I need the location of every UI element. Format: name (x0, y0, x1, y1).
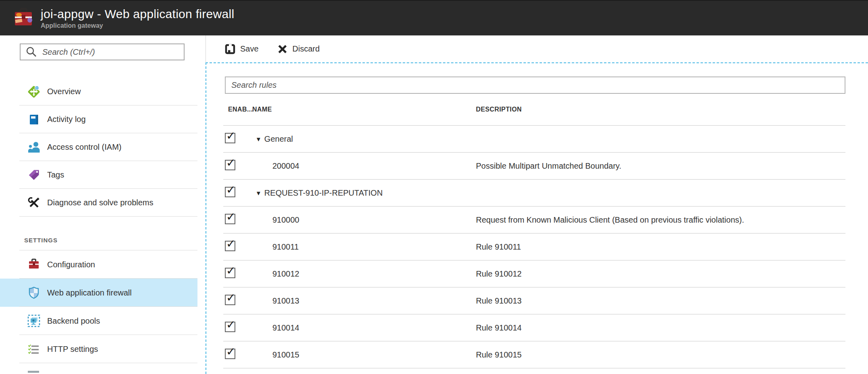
enabled-cell: ✓ (223, 214, 252, 226)
settings-section-label: SETTINGS (24, 237, 58, 244)
rule-enabled-checkbox[interactable]: ✓ (225, 187, 235, 197)
rule-description: Possible Multipart Unmatched Boundary. (476, 161, 845, 171)
checkmark-icon: ✓ (226, 238, 235, 250)
waf-shield-icon (27, 286, 41, 300)
sidebar-item-label: Overview (47, 87, 81, 96)
rule-enabled-checkbox[interactable]: ✓ (225, 295, 235, 305)
sidebar-item-label: HTTP settings (47, 345, 98, 354)
checkmark-icon: ✓ (226, 130, 235, 142)
rule-row: ✓ 910011Rule 910011 (223, 233, 845, 260)
rules-search-input[interactable] (225, 76, 845, 94)
sidebar-item-diagnose-and-solve-problems[interactable]: Diagnose and solve problems (0, 189, 197, 217)
rule-description: Rule 910014 (476, 323, 845, 333)
collapse-caret-icon[interactable]: ▼ (255, 190, 262, 196)
search-icon (25, 46, 37, 58)
name-cell: 910013 (252, 296, 476, 306)
sidebar-item-activity-log[interactable]: Activity log (0, 105, 197, 133)
rule-enabled-checkbox[interactable]: ✓ (225, 322, 235, 332)
backend-pools-icon (27, 314, 41, 328)
column-header-description: DESCRIPTION (476, 106, 845, 113)
checkmark-icon: ✓ (226, 184, 235, 196)
diagnose-icon (27, 196, 41, 210)
rules-table: ENAB... NAME DESCRIPTION ✓ ▼ General ✓ 2… (223, 94, 845, 368)
rule-name: 910014 (272, 323, 299, 333)
sidebar-nav-settings: Configuration Web application firewall B… (0, 250, 206, 374)
rule-row: ✓ 910014Rule 910014 (223, 314, 845, 341)
rule-row: ✓ 910012Rule 910012 (223, 260, 845, 287)
name-cell: 910015 (252, 350, 476, 360)
rule-enabled-checkbox[interactable]: ✓ (225, 349, 235, 359)
collapse-caret-icon[interactable]: ▼ (255, 136, 262, 143)
rule-enabled-checkbox[interactable]: ✓ (225, 241, 235, 251)
checkmark-icon: ✓ (226, 157, 235, 169)
name-cell: 910012 (252, 269, 476, 279)
command-bar: Save Discard (206, 35, 868, 62)
sidebar-item-label: Web application firewall (47, 288, 132, 298)
checkmark-icon: ✓ (226, 292, 235, 304)
sidebar-item-configuration[interactable]: Configuration (0, 250, 197, 279)
rule-name: 910000 (272, 215, 299, 225)
access-control-icon (27, 141, 41, 154)
configuration-icon (27, 258, 41, 271)
http-settings-icon (27, 342, 41, 356)
sidebar-item-backend-pools[interactable]: Backend pools (0, 307, 197, 335)
name-cell: 910000 (252, 215, 476, 225)
rule-group-name: General (264, 134, 293, 144)
name-cell: ▼ REQUEST-910-IP-REPUTATION (252, 188, 476, 198)
rule-enabled-checkbox[interactable]: ✓ (225, 160, 235, 170)
rule-description: Rule 910012 (476, 269, 845, 279)
enabled-cell: ✓ (223, 322, 252, 334)
rule-enabled-checkbox[interactable]: ✓ (225, 133, 235, 143)
sidebar-item-label: Tags (47, 170, 64, 180)
rule-row: ✓ 200004Possible Multipart Unmatched Bou… (223, 153, 845, 180)
enabled-cell: ✓ (223, 349, 252, 361)
enabled-cell: ✓ (223, 241, 252, 253)
name-cell: ▼ General (252, 134, 476, 144)
rule-group-row: ✓ ▼ REQUEST-910-IP-REPUTATION (223, 180, 845, 207)
sidebar-nav-main: Overview Activity log Access control (IA… (0, 78, 206, 217)
name-cell: 200004 (252, 161, 476, 171)
rules-table-header: ENAB... NAME DESCRIPTION (223, 94, 845, 126)
rule-row: ✓ 910013Rule 910013 (223, 287, 845, 314)
sidebar-item-label: Access control (IAM) (47, 143, 121, 152)
discard-button-label: Discard (293, 44, 320, 54)
discard-button[interactable]: Discard (277, 44, 320, 54)
sidebar-item-label: Activity log (47, 115, 86, 124)
checkmark-icon: ✓ (226, 319, 235, 331)
rule-group-row: ✓ ▼ General (223, 126, 845, 153)
rule-name: 910013 (272, 296, 299, 306)
discard-icon (277, 44, 288, 54)
content-pane: Save Discard ENAB... NAME DESCRIPTION (206, 35, 868, 374)
rule-group-name: REQUEST-910-IP-REPUTATION (264, 188, 383, 198)
sidebar-item-http-settings[interactable]: HTTP settings (0, 335, 197, 363)
name-cell: 910014 (252, 323, 476, 333)
rule-name: 910015 (272, 350, 299, 360)
activity-log-icon (27, 113, 41, 126)
rule-enabled-checkbox[interactable]: ✓ (225, 268, 235, 278)
sidebar-item-web-application-firewall[interactable]: Web application firewall (0, 279, 197, 307)
rules-pane: ENAB... NAME DESCRIPTION ✓ ▼ General ✓ 2… (206, 62, 868, 374)
sidebar-item-overview[interactable]: Overview (0, 78, 197, 105)
sidebar-search-box[interactable] (20, 43, 185, 60)
sidebar-item-label: Configuration (47, 260, 95, 269)
sidebar-search-input[interactable] (42, 47, 184, 57)
save-button[interactable]: Save (225, 44, 259, 54)
settings-section-header: SETTINGS (0, 217, 197, 250)
save-button-label: Save (240, 44, 259, 54)
sidebar-item-access-control-iam[interactable]: Access control (IAM) (0, 133, 197, 161)
enabled-cell: ✓ (223, 160, 252, 172)
column-header-enabled: ENAB... (223, 106, 252, 113)
name-cell: 910011 (252, 242, 476, 252)
rule-description: Rule 910013 (476, 296, 845, 306)
sidebar-item-partial[interactable] (0, 363, 197, 374)
checkmark-icon: ✓ (226, 211, 235, 223)
rule-row: ✓ 910000Request from Known Malicious Cli… (223, 207, 845, 233)
enabled-cell: ✓ (223, 268, 252, 280)
checkmark-icon: ✓ (226, 265, 235, 277)
column-header-name: NAME (252, 106, 476, 113)
rule-enabled-checkbox[interactable]: ✓ (225, 214, 235, 224)
tags-icon (27, 168, 41, 182)
rule-name: 910012 (272, 269, 299, 279)
sidebar-item-tags[interactable]: Tags (0, 161, 197, 189)
enabled-cell: ✓ (223, 187, 252, 199)
